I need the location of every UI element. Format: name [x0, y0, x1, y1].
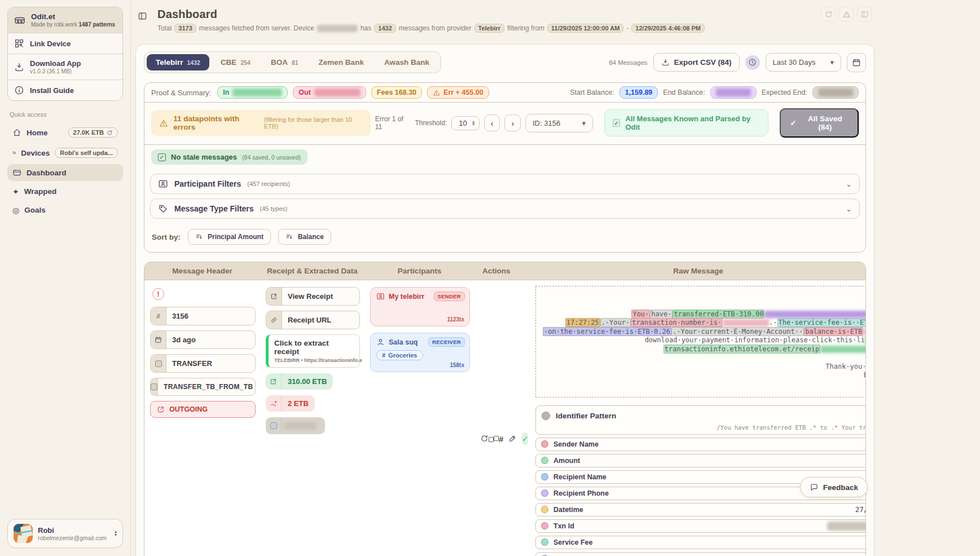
app-header-item[interactable]: Odit.et Made by robi.work 1487 patterns — [8, 7, 122, 33]
col-receipt: Receipt & Extracted Data — [260, 262, 364, 280]
fee-chip[interactable]: 2 ETB — [266, 395, 315, 412]
chevron-down-icon: ⌄ — [846, 180, 852, 188]
sidebar-item-wrapped[interactable]: ✦ Wrapped — [7, 183, 123, 200]
redacted-txn — [723, 319, 769, 326]
tab-cbe[interactable]: CBE254 — [212, 54, 260, 70]
link-device-button[interactable]: Link Device — [8, 33, 122, 54]
message-subtype-field[interactable]: TRANSFER_TB_FROM_TB — [150, 378, 256, 396]
identifier-regex: /You have transferred ETB .* to .* Your … — [542, 424, 866, 431]
message-age-field[interactable]: 3d ago — [150, 330, 256, 349]
sender-role-badge: SENDER — [434, 292, 465, 301]
chevron-down-icon: ⌄ — [846, 205, 852, 213]
all-saved-button[interactable]: ✓All Saved (84) — [780, 108, 859, 138]
message-id-field[interactable]: # 3156 — [150, 307, 256, 325]
tab-awash[interactable]: Awash Bank — [375, 54, 438, 70]
sidebar-item-dashboard[interactable]: Dashboard — [7, 164, 123, 181]
verified-check-icon[interactable]: ✓ — [522, 433, 528, 445]
user-menu[interactable]: Robi robelmezemir@gmail.com ▴▾ — [7, 519, 123, 548]
chevron-updown-icon: ▴▾ — [115, 530, 117, 537]
field-row-txn-id: Txn Id — [535, 519, 866, 533]
category-tag[interactable]: #Groceries — [376, 350, 423, 360]
redacted-chip[interactable] — [266, 417, 325, 434]
message-type-field[interactable]: TRANSFER — [150, 354, 256, 373]
participant-filters-toggle[interactable]: Participant Filters (457 recipients) ⌄ — [150, 174, 860, 194]
no-stale-pill: ✓ No stale messages (84 saved, 0 unsaved… — [151, 149, 307, 165]
receipt-url-button[interactable]: Receipt URL — [266, 311, 360, 329]
redacted-out-value — [314, 89, 361, 96]
sidebar-item-home[interactable]: Home 27.0K ETB — [7, 123, 123, 142]
field-dot-icon — [541, 522, 548, 529]
amount-chip[interactable]: 310.00 ETB — [266, 373, 333, 390]
receiver-role-badge: RECEIVER — [428, 337, 465, 347]
receiver-card[interactable]: Sala suq RECEIVER #Groceries 158tx — [370, 333, 470, 372]
field-dot-icon — [541, 473, 548, 480]
refresh-icon[interactable] — [480, 434, 489, 444]
calendar-button[interactable] — [847, 53, 866, 72]
redacted-end-balance — [716, 89, 751, 96]
history-clock-button[interactable] — [745, 55, 760, 70]
start-balance-label: Start Balance: — [570, 89, 614, 96]
main-area: Dashboard Total 3173 messages fetched fr… — [131, 0, 980, 556]
page-title: Dashboard — [157, 8, 705, 21]
warning-icon — [159, 118, 168, 128]
message-type-filters-toggle[interactable]: Message Type Filters (45 types) ⌄ — [150, 198, 860, 219]
chevron-down-icon: ▾ — [582, 119, 586, 127]
sender-tx-count: 1123tx — [447, 316, 464, 323]
fees-pill: Fees 168.30 — [371, 86, 422, 99]
field-row-service-fee: Service Fee 1.74 — [535, 536, 866, 549]
receiver-tx-count: 158tx — [450, 362, 464, 368]
globe-off-icon[interactable] — [821, 7, 836, 21]
sort-balance-button[interactable]: Balance — [278, 229, 331, 245]
next-error-button[interactable]: › — [504, 114, 521, 131]
target-icon: ◎ — [12, 206, 19, 214]
expected-end-value — [812, 86, 859, 99]
date-range-select[interactable]: Last 30 Days▾ — [766, 53, 841, 72]
balance-badge[interactable]: 27.0K ETB — [68, 127, 118, 138]
sidebar-toggle-icon[interactable] — [138, 11, 147, 21]
date-from-badge: 11/29/2025 12:00:00 AM — [547, 24, 623, 33]
receipt-cell: View Receipt Receipt URL Click to extrac… — [260, 280, 364, 556]
download-app-button[interactable]: Download App v1.0.3 (36.1 MB) — [8, 54, 122, 80]
redacted-expected-end — [818, 89, 853, 96]
error-id-select[interactable]: ID: 3156▾ — [525, 114, 593, 133]
sidebar-item-devices[interactable]: Devices Robi's self upda... — [7, 144, 123, 162]
hash-icon: # — [151, 307, 166, 325]
app-name: Odit.et — [31, 12, 115, 21]
identifier-pattern-label: Identifier Pattern — [556, 412, 616, 420]
topbar: Dashboard Total 3173 messages fetched fr… — [131, 0, 980, 44]
sort-principal-button[interactable]: Principal Amount — [188, 229, 271, 245]
field-dot-icon — [541, 506, 548, 513]
tab-zemen[interactable]: Zemen Bank — [310, 54, 373, 70]
stepper-arrows-icon[interactable]: ▲▼ — [472, 120, 476, 126]
raw-message-cell: Dear·Robel·· You·have·transferred·ETB·31… — [531, 280, 866, 556]
all-parsed-pill: ✓ All Messages Known and Parsed by Odit — [604, 109, 768, 136]
feedback-button[interactable]: Feedback — [800, 477, 868, 497]
field-row-datetime: Datetime 27/12/2025 17:27:25 — [535, 503, 866, 517]
checkbox-icon[interactable]: ✓ — [158, 153, 166, 161]
extract-receipt-button[interactable]: Click to extract receipt TELEBIRR • http… — [266, 334, 360, 368]
out-total-pill: Out — [293, 86, 366, 99]
end-balance-value — [710, 86, 757, 99]
redacted-in-value — [232, 89, 282, 96]
home-icon — [12, 128, 21, 137]
threshold-stepper[interactable]: 10 ▲▼ — [451, 116, 479, 130]
tab-telebirr[interactable]: Telebirr1432 — [147, 54, 209, 70]
panel-icon[interactable] — [857, 7, 872, 21]
export-csv-button[interactable]: Export CSV (84) — [653, 53, 740, 72]
chat-bubble-icon — [810, 483, 819, 492]
checkbox-icon[interactable]: ✓ — [613, 119, 620, 127]
sender-card[interactable]: My telebirr SENDER 1123tx — [370, 287, 470, 326]
hash-icon[interactable]: # — [499, 435, 503, 443]
install-guide-button[interactable]: Install Guide — [8, 80, 122, 100]
sidebar-item-goals[interactable]: ◎ Goals — [7, 202, 123, 218]
edit-icon[interactable] — [508, 434, 517, 444]
provider-badge: Telebirr — [474, 24, 505, 33]
home-label: Home — [27, 129, 48, 137]
link-device-label: Link Device — [30, 39, 71, 48]
tab-boa[interactable]: BOA81 — [262, 54, 307, 70]
alert-icon[interactable] — [839, 7, 854, 21]
checkbox-icon — [266, 417, 282, 434]
view-receipt-button[interactable]: View Receipt — [266, 287, 360, 306]
prev-error-button[interactable]: ‹ — [484, 114, 500, 131]
device-badge[interactable]: Robi's self upda... — [55, 148, 118, 158]
